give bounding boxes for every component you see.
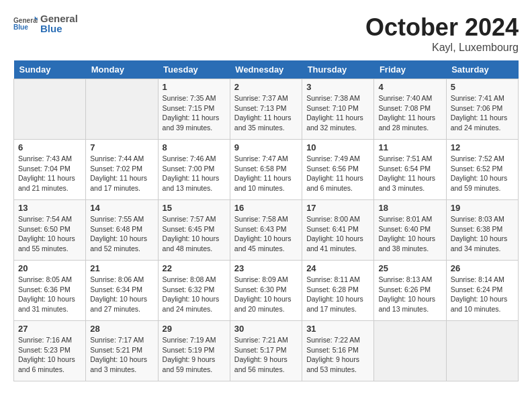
day-number: 19 bbox=[451, 203, 514, 213]
weekday-header-tuesday: Tuesday bbox=[158, 60, 230, 79]
day-number: 1 bbox=[163, 82, 226, 92]
day-number: 27 bbox=[18, 324, 81, 334]
calendar-cell bbox=[86, 79, 158, 140]
weekday-header-row: SundayMondayTuesdayWednesdayThursdayFrid… bbox=[14, 60, 519, 79]
day-info: Sunrise: 7:37 AM Sunset: 7:13 PM Dayligh… bbox=[234, 93, 298, 133]
calendar-cell: 19Sunrise: 8:03 AM Sunset: 6:38 PM Dayli… bbox=[446, 200, 518, 261]
calendar-cell: 29Sunrise: 7:19 AM Sunset: 5:19 PM Dayli… bbox=[158, 321, 230, 381]
day-number: 28 bbox=[90, 324, 153, 334]
day-info: Sunrise: 7:55 AM Sunset: 6:48 PM Dayligh… bbox=[90, 214, 153, 254]
day-info: Sunrise: 7:19 AM Sunset: 5:19 PM Dayligh… bbox=[163, 335, 226, 375]
calendar-table: SundayMondayTuesdayWednesdayThursdayFrid… bbox=[13, 60, 519, 381]
day-info: Sunrise: 8:14 AM Sunset: 6:24 PM Dayligh… bbox=[451, 275, 514, 314]
day-number: 25 bbox=[378, 263, 441, 273]
week-row-4: 20Sunrise: 8:05 AM Sunset: 6:36 PM Dayli… bbox=[14, 261, 519, 321]
svg-text:Blue: Blue bbox=[13, 24, 28, 31]
day-info: Sunrise: 7:43 AM Sunset: 7:04 PM Dayligh… bbox=[18, 154, 81, 193]
day-number: 9 bbox=[234, 142, 298, 152]
location-title: Kayl, Luxembourg bbox=[365, 42, 519, 54]
day-number: 7 bbox=[90, 142, 153, 152]
day-number: 11 bbox=[378, 142, 441, 152]
week-row-5: 27Sunrise: 7:16 AM Sunset: 5:23 PM Dayli… bbox=[14, 321, 519, 381]
day-info: Sunrise: 7:57 AM Sunset: 6:45 PM Dayligh… bbox=[163, 214, 226, 254]
calendar-cell: 14Sunrise: 7:55 AM Sunset: 6:48 PM Dayli… bbox=[86, 200, 158, 261]
day-info: Sunrise: 7:17 AM Sunset: 5:21 PM Dayligh… bbox=[90, 335, 153, 375]
day-info: Sunrise: 8:08 AM Sunset: 6:32 PM Dayligh… bbox=[163, 275, 226, 314]
calendar-cell: 6Sunrise: 7:43 AM Sunset: 7:04 PM Daylig… bbox=[14, 140, 86, 200]
calendar-cell: 10Sunrise: 7:49 AM Sunset: 6:56 PM Dayli… bbox=[302, 140, 374, 200]
calendar-cell: 1Sunrise: 7:35 AM Sunset: 7:15 PM Daylig… bbox=[158, 79, 230, 140]
calendar-cell: 13Sunrise: 7:54 AM Sunset: 6:50 PM Dayli… bbox=[14, 200, 86, 261]
calendar-cell: 31Sunrise: 7:22 AM Sunset: 5:16 PM Dayli… bbox=[302, 321, 374, 381]
day-info: Sunrise: 8:03 AM Sunset: 6:38 PM Dayligh… bbox=[451, 214, 514, 254]
day-number: 29 bbox=[163, 324, 226, 334]
calendar-cell: 28Sunrise: 7:17 AM Sunset: 5:21 PM Dayli… bbox=[86, 321, 158, 381]
calendar-cell: 3Sunrise: 7:38 AM Sunset: 7:10 PM Daylig… bbox=[302, 79, 374, 140]
calendar-cell: 12Sunrise: 7:52 AM Sunset: 6:52 PM Dayli… bbox=[446, 140, 518, 200]
calendar-cell: 2Sunrise: 7:37 AM Sunset: 7:13 PM Daylig… bbox=[230, 79, 302, 140]
weekday-header-thursday: Thursday bbox=[302, 60, 374, 79]
calendar-cell: 22Sunrise: 8:08 AM Sunset: 6:32 PM Dayli… bbox=[158, 261, 230, 321]
logo: General Blue General Blue bbox=[13, 13, 78, 34]
day-info: Sunrise: 7:46 AM Sunset: 7:00 PM Dayligh… bbox=[163, 154, 226, 193]
day-info: Sunrise: 8:06 AM Sunset: 6:34 PM Dayligh… bbox=[90, 275, 153, 314]
calendar-cell bbox=[446, 321, 518, 381]
weekday-header-saturday: Saturday bbox=[446, 60, 518, 79]
day-info: Sunrise: 7:22 AM Sunset: 5:16 PM Dayligh… bbox=[306, 335, 369, 375]
day-info: Sunrise: 7:51 AM Sunset: 6:54 PM Dayligh… bbox=[378, 154, 441, 193]
month-title: October 2024 bbox=[365, 13, 519, 42]
day-number: 3 bbox=[306, 82, 369, 92]
calendar-cell: 5Sunrise: 7:41 AM Sunset: 7:06 PM Daylig… bbox=[446, 79, 518, 140]
day-number: 30 bbox=[234, 324, 298, 334]
day-number: 18 bbox=[378, 203, 441, 213]
day-number: 15 bbox=[163, 203, 226, 213]
day-number: 13 bbox=[18, 203, 81, 213]
day-number: 21 bbox=[90, 263, 153, 273]
calendar-cell: 18Sunrise: 8:01 AM Sunset: 6:40 PM Dayli… bbox=[374, 200, 446, 261]
day-info: Sunrise: 7:40 AM Sunset: 7:08 PM Dayligh… bbox=[378, 93, 441, 133]
calendar-cell: 11Sunrise: 7:51 AM Sunset: 6:54 PM Dayli… bbox=[374, 140, 446, 200]
day-info: Sunrise: 7:58 AM Sunset: 6:43 PM Dayligh… bbox=[234, 214, 298, 254]
day-number: 22 bbox=[163, 263, 226, 273]
calendar-cell: 4Sunrise: 7:40 AM Sunset: 7:08 PM Daylig… bbox=[374, 79, 446, 140]
calendar-cell: 30Sunrise: 7:21 AM Sunset: 5:17 PM Dayli… bbox=[230, 321, 302, 381]
svg-text:General: General bbox=[13, 17, 38, 24]
day-info: Sunrise: 8:13 AM Sunset: 6:26 PM Dayligh… bbox=[378, 275, 441, 314]
weekday-header-sunday: Sunday bbox=[14, 60, 86, 79]
logo-icon: General Blue bbox=[13, 13, 38, 34]
day-info: Sunrise: 8:11 AM Sunset: 6:28 PM Dayligh… bbox=[306, 275, 369, 314]
day-info: Sunrise: 7:44 AM Sunset: 7:02 PM Dayligh… bbox=[90, 154, 153, 193]
calendar-cell: 15Sunrise: 7:57 AM Sunset: 6:45 PM Dayli… bbox=[158, 200, 230, 261]
day-info: Sunrise: 7:41 AM Sunset: 7:06 PM Dayligh… bbox=[451, 93, 514, 133]
day-info: Sunrise: 7:16 AM Sunset: 5:23 PM Dayligh… bbox=[18, 335, 81, 375]
day-number: 4 bbox=[378, 82, 441, 92]
calendar-cell: 9Sunrise: 7:47 AM Sunset: 6:58 PM Daylig… bbox=[230, 140, 302, 200]
day-number: 8 bbox=[163, 142, 226, 152]
day-number: 6 bbox=[18, 142, 81, 152]
calendar-cell: 17Sunrise: 8:00 AM Sunset: 6:41 PM Dayli… bbox=[302, 200, 374, 261]
day-info: Sunrise: 7:49 AM Sunset: 6:56 PM Dayligh… bbox=[306, 154, 369, 193]
calendar-cell bbox=[374, 321, 446, 381]
calendar-cell: 26Sunrise: 8:14 AM Sunset: 6:24 PM Dayli… bbox=[446, 261, 518, 321]
day-number: 31 bbox=[306, 324, 369, 334]
day-info: Sunrise: 8:09 AM Sunset: 6:30 PM Dayligh… bbox=[234, 275, 298, 314]
weekday-header-monday: Monday bbox=[86, 60, 158, 79]
week-row-2: 6Sunrise: 7:43 AM Sunset: 7:04 PM Daylig… bbox=[14, 140, 519, 200]
week-row-1: 1Sunrise: 7:35 AM Sunset: 7:15 PM Daylig… bbox=[14, 79, 519, 140]
day-number: 2 bbox=[234, 82, 298, 92]
weekday-header-wednesday: Wednesday bbox=[230, 60, 302, 79]
day-info: Sunrise: 7:21 AM Sunset: 5:17 PM Dayligh… bbox=[234, 335, 298, 375]
day-info: Sunrise: 7:47 AM Sunset: 6:58 PM Dayligh… bbox=[234, 154, 298, 193]
calendar-cell: 24Sunrise: 8:11 AM Sunset: 6:28 PM Dayli… bbox=[302, 261, 374, 321]
calendar-cell: 23Sunrise: 8:09 AM Sunset: 6:30 PM Dayli… bbox=[230, 261, 302, 321]
calendar-cell: 7Sunrise: 7:44 AM Sunset: 7:02 PM Daylig… bbox=[86, 140, 158, 200]
calendar-cell: 20Sunrise: 8:05 AM Sunset: 6:36 PM Dayli… bbox=[14, 261, 86, 321]
calendar-cell: 21Sunrise: 8:06 AM Sunset: 6:34 PM Dayli… bbox=[86, 261, 158, 321]
day-info: Sunrise: 7:35 AM Sunset: 7:15 PM Dayligh… bbox=[163, 93, 226, 133]
day-number: 14 bbox=[90, 203, 153, 213]
day-number: 24 bbox=[306, 263, 369, 273]
header: General Blue General Blue October 2024 K… bbox=[13, 13, 519, 54]
day-number: 12 bbox=[451, 142, 514, 152]
calendar-cell: 27Sunrise: 7:16 AM Sunset: 5:23 PM Dayli… bbox=[14, 321, 86, 381]
day-info: Sunrise: 7:54 AM Sunset: 6:50 PM Dayligh… bbox=[18, 214, 81, 254]
